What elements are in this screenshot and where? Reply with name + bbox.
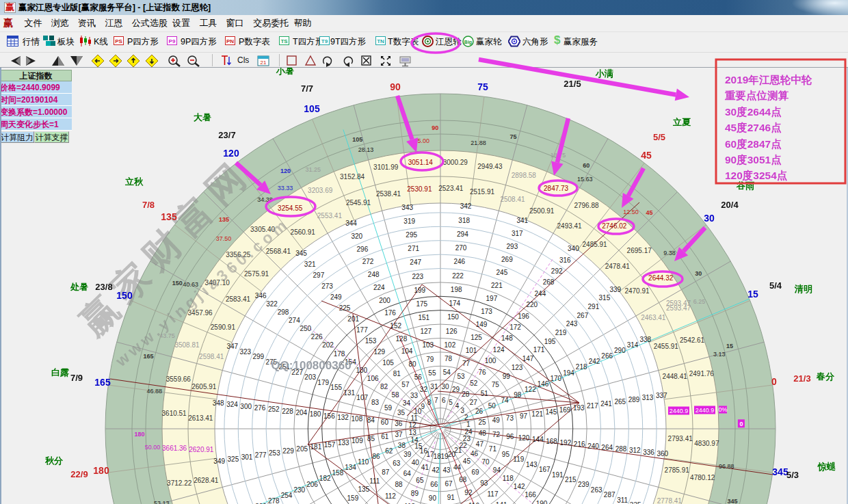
svg-text:30度2644点: 30度2644点 bbox=[725, 106, 782, 118]
svg-text:2019年江恩轮中轮: 2019年江恩轮中轮 bbox=[725, 74, 812, 85]
svg-text:重要点位测算: 重要点位测算 bbox=[724, 90, 789, 101]
svg-text:60度2847点: 60度2847点 bbox=[725, 138, 782, 150]
svg-text:120度3254点: 120度3254点 bbox=[725, 170, 788, 181]
svg-text:45度2746点: 45度2746点 bbox=[725, 122, 782, 133]
svg-text:90度3051点: 90度3051点 bbox=[725, 154, 782, 165]
